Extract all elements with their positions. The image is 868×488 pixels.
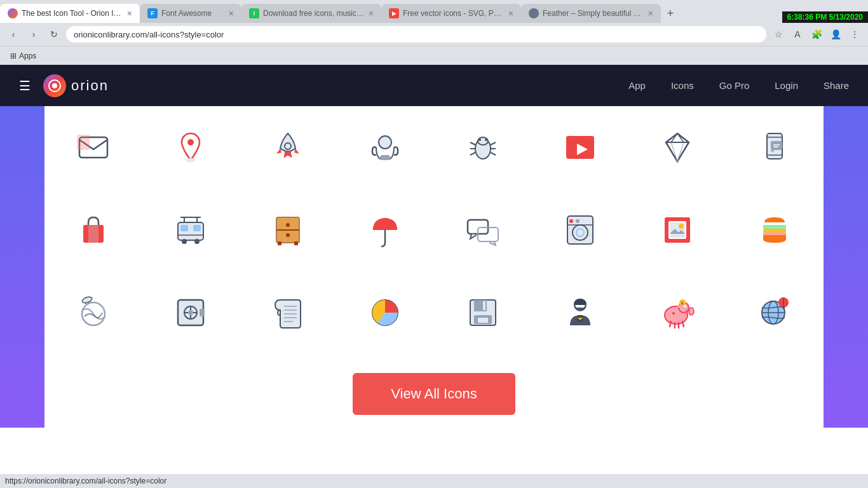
icon-row-2 bbox=[44, 189, 824, 271]
address-input[interactable] bbox=[66, 26, 766, 43]
icon-support[interactable] bbox=[337, 106, 434, 189]
icon-diamond[interactable] bbox=[629, 106, 726, 189]
svg-point-17 bbox=[478, 139, 481, 141]
yarn-icon bbox=[74, 294, 112, 332]
site-nav: ☰ orion App Icons Go Pro Login Share bbox=[0, 65, 868, 106]
burger-icon bbox=[756, 211, 794, 249]
icon-email[interactable] bbox=[44, 106, 142, 189]
nav-app[interactable]: App bbox=[628, 80, 646, 91]
icon-floppy-disk[interactable] bbox=[434, 271, 531, 354]
svg-rect-64 bbox=[763, 229, 786, 233]
icon-scroll[interactable] bbox=[240, 271, 337, 354]
logo-text: orion bbox=[71, 78, 109, 94]
purple-left-bar bbox=[0, 106, 44, 428]
icon-chat-bubbles[interactable] bbox=[434, 189, 531, 271]
nav-go-pro[interactable]: Go Pro bbox=[719, 80, 750, 91]
icon-world-pin[interactable] bbox=[726, 271, 824, 354]
tab-close-2[interactable]: × bbox=[229, 8, 234, 18]
safe-icon bbox=[172, 294, 210, 332]
svg-point-57 bbox=[569, 219, 573, 223]
main-area: $ bbox=[0, 106, 868, 428]
icon-rocket[interactable] bbox=[240, 106, 337, 189]
icon-pie-chart[interactable] bbox=[337, 271, 434, 354]
icon-mobile-chat[interactable] bbox=[726, 106, 824, 189]
icon-piggy-bank[interactable]: $ bbox=[629, 271, 726, 354]
bookmark-star-icon[interactable]: ☆ bbox=[770, 26, 787, 43]
translate-icon[interactable]: A bbox=[789, 26, 806, 43]
svg-point-7 bbox=[379, 136, 391, 149]
icon-location-pin[interactable] bbox=[142, 106, 239, 189]
tab-close-1[interactable]: × bbox=[127, 8, 132, 18]
svg-rect-37 bbox=[180, 225, 188, 231]
nav-icons[interactable]: Icons bbox=[671, 80, 694, 91]
status-bar: https://orioniconlibrary.com/all-icons?s… bbox=[0, 474, 868, 488]
icon-washing-machine[interactable] bbox=[531, 189, 628, 271]
svg-rect-79 bbox=[200, 309, 205, 316]
tab-title-5: Feather – Simply beautiful ope... bbox=[543, 9, 644, 18]
bug-icon bbox=[464, 128, 502, 166]
icon-grid: $ bbox=[44, 106, 824, 354]
view-all-icons-button[interactable]: View All Icons bbox=[353, 373, 515, 415]
nav-login[interactable]: Login bbox=[775, 80, 798, 91]
tab-close-5[interactable]: × bbox=[648, 8, 653, 18]
profile-icon[interactable]: 👤 bbox=[827, 26, 844, 43]
svg-marker-22 bbox=[666, 133, 689, 161]
svg-point-48 bbox=[286, 233, 290, 237]
tab-active[interactable]: The best Icon Tool - Orion Icon × bbox=[0, 4, 140, 23]
cta-section: View All Icons bbox=[0, 354, 868, 428]
tab-close-3[interactable]: × bbox=[369, 8, 374, 18]
new-tab-button[interactable]: + bbox=[661, 4, 680, 23]
icon-yarn[interactable] bbox=[44, 271, 142, 354]
tab-4[interactable]: ▶ Free vector icons - SVG, PSD, P... × bbox=[381, 4, 521, 23]
svg-point-1 bbox=[52, 83, 57, 88]
bookmarks-bar: ⊞ Apps bbox=[0, 46, 868, 65]
bookmark-apps[interactable]: ⊞ Apps bbox=[5, 50, 41, 62]
icon-trolleybus[interactable] bbox=[142, 189, 239, 271]
svg-rect-66 bbox=[763, 233, 786, 235]
svg-rect-38 bbox=[193, 225, 201, 231]
tab-title-1: The best Icon Tool - Orion Icon bbox=[22, 9, 123, 18]
scroll-icon bbox=[269, 294, 307, 332]
svg-point-63 bbox=[679, 224, 684, 229]
icon-umbrella[interactable] bbox=[337, 189, 434, 271]
hamburger-icon[interactable]: ☰ bbox=[19, 78, 31, 93]
tab-favicon-2: F bbox=[147, 8, 158, 18]
svg-point-111 bbox=[782, 306, 785, 309]
icon-officer[interactable] bbox=[531, 271, 628, 354]
svg-point-10 bbox=[478, 137, 488, 145]
tab-3[interactable]: I Download free icons, music, sto... × bbox=[241, 4, 381, 23]
bookmark-apps-label: Apps bbox=[19, 51, 36, 60]
svg-point-58 bbox=[576, 219, 580, 223]
tab-favicon-3: I bbox=[249, 8, 259, 18]
icon-bug[interactable] bbox=[434, 106, 531, 189]
tab-5[interactable]: Feather – Simply beautiful ope... × bbox=[521, 4, 661, 23]
trolleybus-icon bbox=[172, 211, 210, 249]
nav-share[interactable]: Share bbox=[824, 80, 849, 91]
back-button[interactable]: ‹ bbox=[5, 26, 22, 43]
svg-line-11 bbox=[470, 142, 475, 145]
svg-point-97 bbox=[672, 312, 675, 315]
icon-safe[interactable] bbox=[142, 271, 239, 354]
icon-shopping-bag[interactable] bbox=[44, 189, 142, 271]
forward-button[interactable]: › bbox=[25, 26, 42, 43]
icon-photo-frame[interactable] bbox=[629, 189, 726, 271]
address-bar-row: ‹ › ↻ ☆ A 🧩 👤 ⋮ bbox=[0, 23, 868, 46]
tab-close-4[interactable]: × bbox=[508, 8, 513, 18]
rocket-icon bbox=[269, 128, 307, 166]
refresh-button[interactable]: ↻ bbox=[46, 26, 62, 43]
svg-point-43 bbox=[194, 239, 200, 244]
svg-rect-65 bbox=[763, 225, 786, 229]
svg-rect-35 bbox=[88, 225, 98, 243]
logo-circle bbox=[43, 74, 66, 97]
logo[interactable]: orion bbox=[43, 74, 109, 97]
icon-burger[interactable] bbox=[726, 189, 824, 271]
menu-icon[interactable]: ⋮ bbox=[846, 26, 863, 43]
icon-video-player[interactable] bbox=[531, 106, 628, 189]
tab-favicon-4: ▶ bbox=[389, 8, 399, 18]
tab-2[interactable]: F Font Awesome × bbox=[140, 4, 241, 23]
svg-point-4 bbox=[187, 139, 194, 146]
extension-icon[interactable]: 🧩 bbox=[808, 26, 825, 43]
icon-cabinet[interactable] bbox=[240, 189, 337, 271]
tab-favicon-1 bbox=[8, 8, 18, 18]
svg-rect-8 bbox=[380, 155, 390, 160]
